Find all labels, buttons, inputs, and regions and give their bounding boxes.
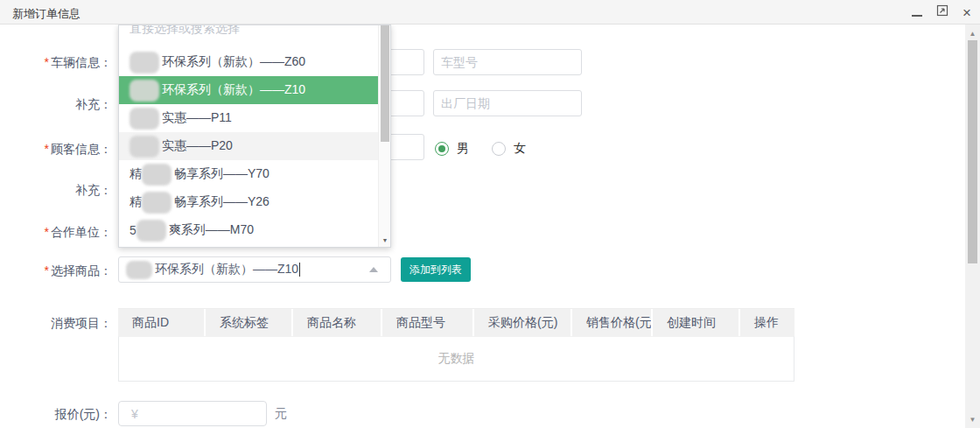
vehicle-model-input[interactable]	[433, 49, 582, 75]
radio-unselected-icon	[492, 142, 506, 156]
table-header-cell: 商品型号	[382, 309, 474, 336]
chevron-up-icon	[369, 267, 378, 272]
dropdown-scrollbar-thumb[interactable]	[381, 25, 389, 142]
option-label: 环保系列（新款）——Z60	[162, 54, 305, 70]
product-select[interactable]: 环保系列（新款）——Z10	[118, 256, 391, 283]
option-label: 爽系列——M70	[169, 222, 254, 238]
table-header-cell: 创建时间	[653, 309, 740, 336]
select-product-label: *选择商品：	[0, 263, 112, 279]
option-label: 环保系列（新款）——Z10	[162, 82, 305, 98]
maximize-icon[interactable]	[936, 4, 948, 20]
quote-amount-input[interactable]	[118, 401, 267, 426]
close-icon[interactable]: ×	[962, 5, 971, 20]
page-scrollbar[interactable]: ▲ ▼	[965, 25, 980, 428]
redacted-blur	[142, 192, 172, 214]
scrollbar-thumb[interactable]	[968, 40, 977, 263]
redacted-blur	[126, 261, 152, 279]
scrollbar-down-icon[interactable]: ▼	[965, 412, 980, 426]
vehicle-info-label: *车辆信息：	[0, 55, 112, 71]
quote-label: 报价(元)：	[0, 407, 112, 423]
option-label: 实惠——P20	[162, 138, 233, 154]
redacted-blur	[130, 52, 159, 74]
dropdown-option[interactable]: 实惠——P20	[119, 132, 379, 160]
gender-male-radio[interactable]: 男	[435, 141, 469, 157]
add-to-list-button[interactable]: 添加到列表	[401, 257, 471, 282]
dropdown-option[interactable]: 实惠——P11	[119, 104, 379, 132]
redacted-blur	[142, 164, 172, 186]
gender-male-label: 男	[457, 141, 469, 157]
window-controls: ×	[912, 0, 971, 25]
table-header-cell: 操作	[740, 309, 794, 336]
gender-female-label: 女	[514, 141, 526, 157]
scrollbar-up-icon[interactable]: ▲	[965, 26, 980, 40]
product-dropdown-list: 环保系列（新款）——Z60环保系列（新款）——Z10实惠——P11实惠——P20…	[119, 48, 379, 244]
factory-date-input[interactable]	[433, 90, 582, 116]
table-header-cell: 系统标签	[206, 309, 293, 336]
redacted-blur	[130, 136, 159, 158]
quote-unit-text: 元	[275, 406, 287, 422]
supplement2-label: 补充：	[0, 183, 112, 199]
table-header-cell: 商品名称	[293, 309, 382, 336]
consumption-table: 商品ID系统标签商品名称商品型号采购价格(元)销售价格(元)创建时间操作 无数据	[118, 308, 794, 382]
radio-selected-icon	[435, 142, 449, 156]
option-label: 实惠——P11	[162, 110, 232, 126]
option-prefix: 精	[130, 194, 142, 210]
consumption-label: 消费项目：	[0, 316, 112, 332]
redacted-blur	[130, 80, 159, 102]
dropdown-search-placeholder: 直接选择或搜索选择	[130, 25, 240, 37]
gender-radio-group: 男 女	[435, 141, 526, 157]
product-select-value: 环保系列（新款）——Z10	[155, 262, 298, 277]
minimize-icon[interactable]	[912, 4, 922, 20]
table-header-cell: 销售价格(元)	[572, 309, 653, 336]
gender-female-radio[interactable]: 女	[492, 141, 526, 157]
add-order-dialog: 新增订单信息 × ▲ ▼ *车辆信息： 补充： *顾客信息： 补充： *合作单位…	[0, 0, 980, 428]
dropdown-option[interactable]: 5爽系列——M70	[119, 216, 379, 244]
table-empty-row: 无数据	[118, 336, 794, 382]
dropdown-option[interactable]: 精畅享系列——Y70	[119, 160, 379, 188]
dropdown-scrollbar[interactable]: ▼	[378, 25, 390, 247]
option-label: 畅享系列——Y70	[174, 166, 270, 182]
option-prefix: 精	[130, 166, 142, 182]
product-dropdown-panel: 直接选择或搜索选择 环保系列（新款）——Z60环保系列（新款）——Z10实惠——…	[118, 25, 391, 248]
dialog-title: 新增订单信息	[12, 6, 80, 22]
table-header-cell: 商品ID	[118, 309, 206, 336]
redacted-blur	[136, 220, 166, 242]
dropdown-option[interactable]: 环保系列（新款）——Z10	[119, 76, 379, 104]
table-header-cell: 采购价格(元)	[474, 309, 572, 336]
supplement1-label: 补充：	[0, 97, 112, 113]
redacted-blur	[130, 108, 159, 130]
option-label: 畅享系列——Y26	[174, 194, 270, 210]
text-cursor	[299, 263, 300, 277]
customer-info-label: *顾客信息：	[0, 142, 112, 158]
dialog-titlebar: 新增订单信息 ×	[0, 0, 980, 25]
option-prefix: 5	[130, 223, 136, 237]
dropdown-option[interactable]: 精畅享系列——Y26	[119, 188, 379, 216]
dropdown-scroll-down-icon[interactable]: ▼	[379, 237, 391, 243]
dropdown-option[interactable]: 环保系列（新款）——Z60	[119, 48, 379, 76]
table-header-row: 商品ID系统标签商品名称商品型号采购价格(元)销售价格(元)创建时间操作	[118, 308, 794, 336]
partner-label: *合作单位：	[0, 225, 112, 241]
